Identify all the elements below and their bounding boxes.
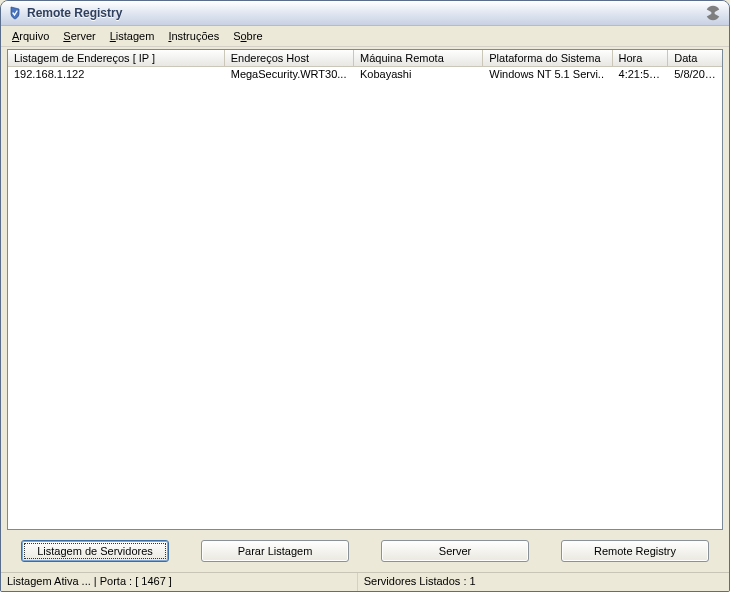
statusbar: Listagem Ativa ... | Porta : [ 1467 ] Se… [1, 572, 729, 591]
table-row[interactable]: 192.168.1.122 MegaSecurity.WRT30... Koba… [8, 67, 722, 82]
status-left: Listagem Ativa ... | Porta : [ 1467 ] [1, 573, 358, 591]
cell-time: 4:21:50 ... [613, 67, 669, 82]
col-platform[interactable]: Plataforma do Sistema [483, 50, 612, 67]
cell-machine: Kobayashi [354, 67, 483, 82]
col-time[interactable]: Hora [613, 50, 669, 67]
button-bar: Listagem de Servidores Parar Listagem Se… [7, 530, 723, 572]
col-ip[interactable]: Listagem de Endereços [ IP ] [8, 50, 225, 67]
listview-header[interactable]: Listagem de Endereços [ IP ] Endereços H… [8, 50, 722, 67]
col-host[interactable]: Endereços Host [225, 50, 354, 67]
cell-host: MegaSecurity.WRT30... [225, 67, 354, 82]
app-window: Remote Registry Arquivo Server Listagem … [0, 0, 730, 592]
svg-point-0 [711, 11, 715, 15]
col-machine[interactable]: Máquina Remota [354, 50, 483, 67]
menu-instrucoes[interactable]: Instruções [161, 28, 226, 44]
cell-platform: Windows NT 5.1 Servi.. [483, 67, 612, 82]
server-listview[interactable]: Listagem de Endereços [ IP ] Endereços H… [7, 49, 723, 530]
menu-listagem[interactable]: Listagem [103, 28, 162, 44]
status-right: Servidores Listados : 1 [358, 573, 729, 591]
listagem-servidores-button[interactable]: Listagem de Servidores [21, 540, 169, 562]
listview-body[interactable]: 192.168.1.122 MegaSecurity.WRT30... Koba… [8, 67, 722, 529]
titlebar[interactable]: Remote Registry [1, 1, 729, 26]
menubar: Arquivo Server Listagem Instruções Sobre [1, 26, 729, 47]
radiation-icon [703, 3, 723, 23]
window-title: Remote Registry [27, 6, 122, 20]
parar-listagem-button[interactable]: Parar Listagem [201, 540, 349, 562]
cell-ip: 192.168.1.122 [8, 67, 225, 82]
menu-sobre[interactable]: Sobre [226, 28, 269, 44]
server-button[interactable]: Server [381, 540, 529, 562]
app-icon [7, 5, 23, 21]
menu-arquivo[interactable]: Arquivo [5, 28, 56, 44]
col-date[interactable]: Data [668, 50, 722, 67]
remote-registry-button[interactable]: Remote Registry [561, 540, 709, 562]
cell-date: 5/8/2008 [668, 67, 722, 82]
menu-server[interactable]: Server [56, 28, 102, 44]
content-area: Listagem de Endereços [ IP ] Endereços H… [1, 47, 729, 572]
